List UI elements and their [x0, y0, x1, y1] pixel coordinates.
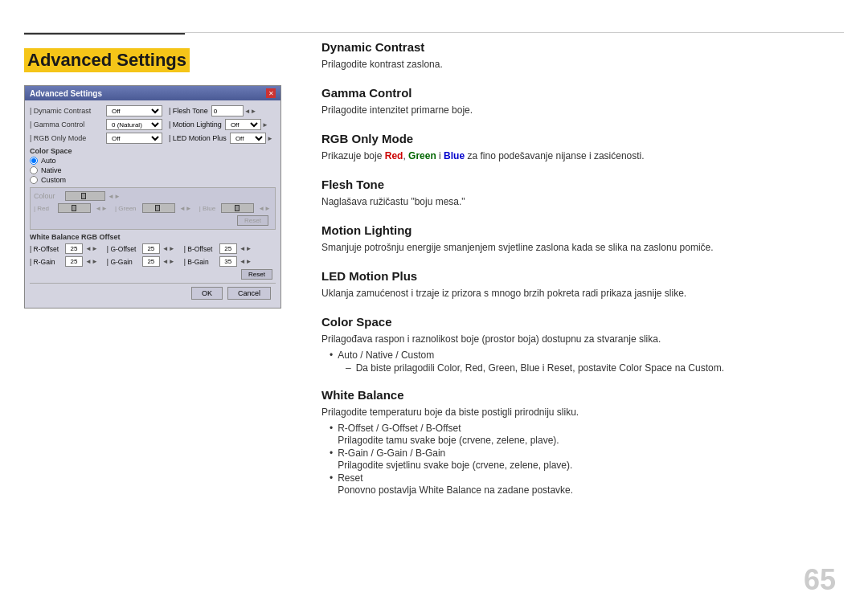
- section-rgb-only-mode: RGB Only Mode Prikazuje boje Red, Green …: [321, 132, 844, 163]
- dialog-row-rgb: | RGB Only Mode Off | LED Motion Plus Of…: [30, 133, 276, 144]
- reset-label-line: Reset: [338, 472, 573, 484]
- dialog-title: Advanced Settings: [30, 89, 102, 98]
- bullet-gains: R-Gain / G-Gain / B-Gain Prilagodite svj…: [330, 447, 844, 471]
- heading-rgb-only-mode: RGB Only Mode: [321, 132, 844, 145]
- red-label: | Red: [34, 205, 55, 212]
- text-dynamic-contrast: Prilagodite kontrast zaslona.: [321, 57, 844, 72]
- g-gain-input[interactable]: [142, 256, 160, 267]
- cancel-button[interactable]: Cancel: [227, 287, 271, 300]
- left-panel: Advanced Settings Advanced Settings ✕ | …: [24, 48, 297, 309]
- ft-label: | Flesh Tone: [169, 107, 208, 115]
- text-led-motion-plus: Uklanja zamućenost i trzaje iz prizora s…: [321, 286, 844, 300]
- color-space-section-label: Color Space: [30, 147, 276, 155]
- sub-bullet-custom: Da biste prilagodili Color, Red, Green, …: [346, 362, 844, 374]
- heading-gamma-control: Gamma Control: [321, 86, 844, 100]
- ok-button[interactable]: OK: [191, 287, 223, 300]
- dialog-buttons: OK Cancel: [30, 283, 276, 303]
- color-reset-button[interactable]: Reset: [237, 215, 268, 226]
- text-motion-lighting: Smanjuje potrošnju energije smanjenjem s…: [321, 240, 844, 255]
- reset-group: Reset Ponovno postavlja White Balance na…: [338, 472, 573, 496]
- radio-native-label: Native: [41, 166, 62, 174]
- section-color-space: Color Space Prilagođava raspon i raznoli…: [321, 315, 844, 374]
- wb-r-offset: | R-Offset ◄►: [30, 243, 99, 254]
- wb-b-offset: | B-Offset ◄►: [184, 243, 253, 254]
- radio-auto[interactable]: Auto: [30, 157, 276, 165]
- dialog-close-button[interactable]: ✕: [266, 88, 276, 98]
- sb-red: Red: [465, 362, 483, 374]
- text-red: Red: [385, 150, 403, 161]
- r-gain-label: | R-Gain: [30, 258, 63, 266]
- rgb-select[interactable]: Off: [106, 133, 162, 144]
- dialog-titlebar: Advanced Settings ✕: [25, 86, 280, 100]
- b-gain-input[interactable]: [219, 256, 237, 267]
- r-gain-input[interactable]: [65, 256, 83, 267]
- ft-input[interactable]: [211, 105, 244, 116]
- gc-label: | Gamma Control: [30, 121, 106, 129]
- gain-group: R-Gain / G-Gain / B-Gain Prilagodite svj…: [338, 447, 572, 471]
- lmp-select[interactable]: Off: [230, 133, 266, 144]
- wb-title: White Balance RGB Offset: [30, 233, 276, 241]
- section-dynamic-contrast: Dynamic Contrast Prilagodite kontrast za…: [321, 40, 844, 72]
- radio-custom-label: Custom: [41, 176, 66, 184]
- red-arrow: ◄►: [94, 205, 108, 212]
- radio-custom-input[interactable]: [30, 176, 38, 184]
- color-space-bullets: Auto / Native / Custom Da biste prilagod…: [321, 349, 844, 374]
- g-gain-text: G-Gain: [376, 447, 407, 459]
- dc-select[interactable]: Off: [106, 105, 162, 116]
- white-balance-bullets: R-Offset / G-Offset / B-Offset Prilagodi…: [321, 423, 844, 496]
- offset-desc: Prilagodite tamu svake boje (crvene, zel…: [338, 435, 559, 446]
- section-white-balance: White Balance Prilagodite temperaturu bo…: [321, 388, 844, 496]
- gain-desc: Prilagodite svjetlinu svake boje (crvene…: [338, 460, 572, 471]
- r-gain-arrow: ◄►: [84, 258, 99, 265]
- radio-native[interactable]: Native: [30, 166, 276, 174]
- text-gamma-control: Prilagodite intenzitet primarne boje.: [321, 103, 844, 117]
- section-led-motion-plus: LED Motion Plus Uklanja zamućenost i trz…: [321, 269, 844, 300]
- cs-custom: Custom: [401, 349, 434, 361]
- radio-auto-input[interactable]: [30, 157, 38, 165]
- g-offset-label: | G-Offset: [107, 245, 141, 253]
- rgb-label: | RGB Only Mode: [30, 134, 106, 142]
- radio-custom[interactable]: Custom: [30, 176, 276, 184]
- b-gain-arrow: ◄►: [239, 258, 253, 265]
- page-number: 65: [804, 563, 836, 597]
- wb-r-gain: | R-Gain ◄►: [30, 256, 99, 267]
- dc-label: | Dynamic Contrast: [30, 107, 106, 115]
- gc-select[interactable]: 0 (Natural): [106, 119, 162, 130]
- b-offset-input[interactable]: [219, 243, 237, 254]
- dialog-row-gamma: | Gamma Control 0 (Natural) | Motion Lig…: [30, 119, 276, 130]
- dialog-body: | Dynamic Contrast Off | Flesh Tone ◄► |…: [25, 100, 280, 308]
- sb-colorspace: Color Space: [619, 362, 672, 374]
- radio-auto-label: Auto: [41, 157, 56, 165]
- ml-select[interactable]: Off: [225, 119, 261, 130]
- green-arrow: ◄►: [178, 205, 193, 212]
- wb-b-gain: | B-Gain ◄►: [184, 256, 253, 267]
- color-space-options-text: Auto / Native / Custom: [338, 349, 434, 361]
- r-gain-text: R-Gain: [338, 447, 368, 459]
- r-offset-text: R-Offset: [338, 423, 373, 434]
- ft-arrow: ◄►: [244, 108, 258, 115]
- b-offset-label: | B-Offset: [184, 245, 218, 253]
- section-title: Advanced Settings: [24, 48, 190, 72]
- r-offset-input[interactable]: [65, 243, 83, 254]
- dialog-row-dynamic-contrast: | Dynamic Contrast Off | Flesh Tone ◄►: [30, 105, 276, 116]
- text-white-balance: Prilagodite temperaturu boje da biste po…: [321, 405, 844, 419]
- text-green: Green: [408, 150, 436, 161]
- offset-label-line: R-Offset / G-Offset / B-Offset: [338, 423, 559, 434]
- sb-green: Green: [488, 362, 514, 374]
- radio-native-input[interactable]: [30, 166, 38, 174]
- wb-g-offset: | G-Offset ◄►: [107, 243, 176, 254]
- lmp-label: | LED Motion Plus: [169, 134, 227, 142]
- g-offset-input[interactable]: [142, 243, 160, 254]
- text-flesh-tone: Naglašava ružičastu "boju mesa.": [321, 194, 844, 209]
- g-offset-arrow: ◄►: [162, 245, 176, 252]
- right-panel: Dynamic Contrast Prilagodite kontrast za…: [321, 40, 844, 510]
- b-offset-text: B-Offset: [426, 423, 461, 434]
- wb-text: White Balance: [420, 484, 481, 496]
- g-gain-arrow: ◄►: [162, 258, 176, 265]
- wb-reset-button[interactable]: Reset: [241, 269, 272, 280]
- section-gamma-control: Gamma Control Prilagodite intenzitet pri…: [321, 86, 844, 117]
- advanced-settings-dialog: Advanced Settings ✕ | Dynamic Contrast O…: [24, 85, 281, 309]
- green-slider: [142, 203, 175, 213]
- bullet-color-space-options: Auto / Native / Custom: [330, 349, 844, 361]
- red-slider: [58, 203, 91, 213]
